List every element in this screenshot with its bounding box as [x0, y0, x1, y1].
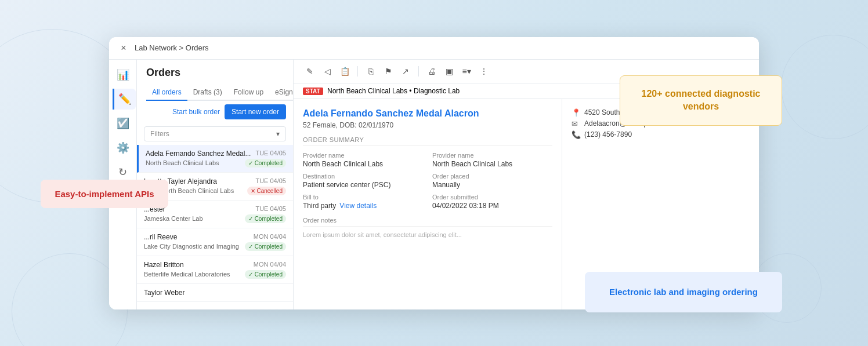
billto-label: Bill to [303, 194, 423, 201]
email-icon: ✉ [572, 119, 581, 128]
sidebar-icon-sliders[interactable]: ⚙️ [113, 137, 133, 158]
phone-row: 📞 (123) 456-7890 [572, 130, 750, 139]
provider-label-l: Provider name [303, 152, 423, 159]
summary-row-order-placed: Order placed Manually [432, 173, 552, 189]
order-placed-label: Order placed [432, 173, 552, 180]
orders-header: Orders All orders Drafts (3) Follow up e… [137, 60, 293, 101]
phone-icon: 📞 [572, 130, 581, 139]
order-summary-title: ORDER SUMMARY [303, 136, 552, 146]
apis-callout-text: Easy-to-implement APIs [55, 189, 154, 199]
toolbar-more-icon[interactable]: ⋮ [477, 64, 491, 78]
billto-value: Third party [303, 202, 336, 210]
phone-text: (123) 456-7890 [584, 130, 632, 139]
order-lab-0: North Beach Clinical Labs [146, 159, 219, 166]
order-date-1: TUE 04/05 [255, 177, 286, 184]
order-submitted-label: Order submitted [432, 194, 552, 201]
order-lab-2: Jameska Center Lab [144, 215, 203, 222]
location-icon: 📍 [572, 108, 581, 117]
close-button[interactable]: × [118, 43, 129, 53]
provider-value-r: North Beach Clinical Labs [432, 160, 552, 168]
list-item[interactable]: Adela Fernando Sanchez Medal... TUE 04/0… [137, 145, 293, 173]
patient-name-3: ...ril Reeve [144, 233, 251, 241]
status-badge-4: ✓ Completed [245, 270, 286, 279]
tab-drafts[interactable]: Drafts (3) [187, 85, 228, 101]
electronic-callout: Electronic lab and imaging ordering [585, 272, 782, 313]
order-placed-value: Manually [432, 181, 552, 189]
list-item[interactable]: Hazel Britton MON 04/04 Betterlife Medic… [137, 256, 293, 284]
order-submitted-value: 04/02/2022 03:18 PM [432, 202, 552, 210]
provider-value-l: North Beach Clinical Labs [303, 160, 423, 168]
title-bar: × Lab Network > Orders [109, 37, 759, 60]
order-notes-section: Order notes Lorem ipsum dolor sit amet, … [303, 217, 552, 240]
stat-indicator: STAT [303, 88, 323, 95]
order-date-2: TUE 04/05 [255, 205, 286, 212]
new-order-button[interactable]: Start new order [225, 104, 286, 119]
view-details-link[interactable]: View details [339, 202, 377, 210]
list-item[interactable]: ...ril Reeve MON 04/04 Lake City Diagnos… [137, 228, 293, 256]
vendors-callout-text: 120+ connected diagnostic vendors [634, 88, 768, 114]
summary-left: Provider name North Beach Clinical Labs … [303, 152, 423, 210]
order-date-0: TUE 04/05 [255, 150, 286, 156]
detail-subheader: STAT North Beach Clinical Labs • Diagnos… [303, 87, 460, 95]
sidebar-icon-checklist[interactable]: ☑️ [113, 113, 133, 134]
order-notes-label: Order notes [303, 217, 552, 227]
patient-name-4: Hazel Britton [144, 261, 251, 269]
order-lab-1: North Beach Clinical Labs [161, 187, 234, 194]
toolbar-grid-icon[interactable]: ▣ [442, 64, 456, 78]
patient-demographics: 52 Female, DOB: 02/01/1970 [303, 121, 552, 129]
toolbar-menu-icon[interactable]: ≡▾ [460, 64, 473, 78]
apis-callout: Easy-to-implement APIs [41, 180, 168, 208]
lab-name-subheader: North Beach Clinical Labs • Diagnostic L… [327, 87, 460, 95]
patient-name-5: Taylor Weber [144, 289, 286, 297]
order-list: Adela Fernando Sanchez Medal... TUE 04/0… [137, 145, 293, 309]
order-date-4: MON 04/04 [254, 261, 286, 268]
status-badge-1: ✕ Cancelled [247, 187, 286, 195]
summary-row-destination: Destination Patient service center (PSC) [303, 173, 423, 189]
toolbar-divider-1 [357, 66, 358, 77]
toolbar-share-icon[interactable]: ↗ [399, 64, 413, 78]
toolbar-flag-icon[interactable]: ⎘ [364, 64, 378, 78]
patient-full-name: Adela Fernando Sanchez Medal Alacron [303, 108, 552, 119]
tab-followup[interactable]: Follow up [228, 85, 269, 101]
electronic-callout-text: Electronic lab and imaging ordering [603, 286, 764, 299]
list-item[interactable]: Taylor Weber [137, 284, 293, 302]
toolbar-undo-icon[interactable]: ◁ [320, 64, 334, 78]
order-date-3: MON 04/04 [254, 233, 286, 240]
detail-left: Adela Fernando Sanchez Medal Alacron 52 … [294, 99, 562, 309]
breadcrumb: Lab Network > Orders [135, 43, 209, 52]
filters-row: Filters ▾ [137, 123, 293, 145]
toolbar-bookmark-icon[interactable]: ⚑ [381, 64, 395, 78]
vendors-callout: 120+ connected diagnostic vendors [620, 75, 782, 126]
toolbar-copy-icon[interactable]: 📋 [338, 64, 352, 78]
summary-row-provider-l: Provider name North Beach Clinical Labs [303, 152, 423, 168]
summary-row-provider-r: Provider name North Beach Clinical Labs [432, 152, 552, 168]
toolbar-print-icon[interactable]: 🖨 [425, 64, 439, 78]
toolbar-divider-2 [418, 66, 419, 77]
status-badge-0: ✓ Completed [245, 159, 286, 167]
order-lab-3: Lake City Diagnostic and Imaging [144, 243, 239, 250]
destination-value: Patient service center (PSC) [303, 181, 423, 189]
summary-row-billto: Bill to Third party View details [303, 194, 423, 210]
patient-name-0: Adela Fernando Sanchez Medal... [146, 150, 253, 158]
status-badge-2: ✓ Completed [245, 214, 286, 223]
sidebar-icon-chart[interactable]: 📊 [113, 64, 133, 85]
summary-row-order-submitted: Order submitted 04/02/2022 03:18 PM [432, 194, 552, 210]
tab-all-orders[interactable]: All orders [146, 85, 187, 101]
order-notes-text: Lorem ipsum dolor sit amet, consectetur … [303, 230, 552, 240]
destination-label: Destination [303, 173, 423, 180]
sidebar-icon-edit[interactable]: ✏️ [113, 89, 136, 110]
provider-label-r: Provider name [432, 152, 552, 159]
summary-right: Provider name North Beach Clinical Labs … [432, 152, 552, 210]
status-badge-3: ✓ Completed [245, 242, 286, 251]
toolbar-pencil-icon[interactable]: ✎ [303, 64, 317, 78]
bulk-order-button[interactable]: Start bulk order [172, 108, 220, 116]
order-summary-grid: Provider name North Beach Clinical Labs … [303, 152, 552, 210]
filter-chevron-icon: ▾ [276, 130, 280, 138]
filter-input[interactable]: Filters ▾ [144, 126, 286, 141]
orders-title: Orders [146, 67, 284, 79]
filter-placeholder: Filters [150, 130, 169, 138]
order-lab-4: Betterlife Medical Laboratories [144, 271, 230, 278]
